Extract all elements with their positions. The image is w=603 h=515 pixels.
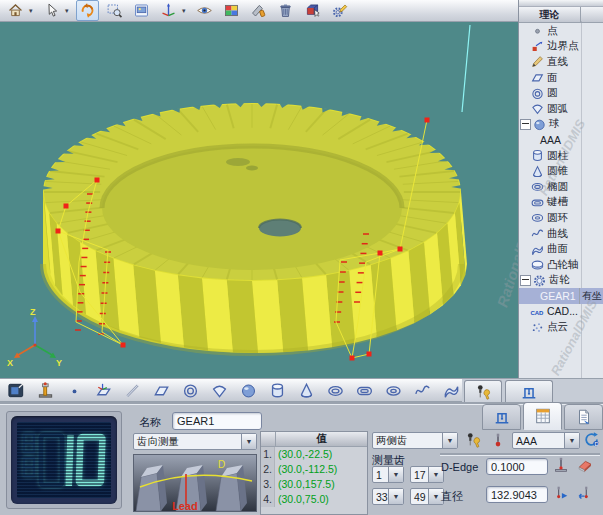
value-row[interactable]: 1.(30.0,-22.5) [261,447,367,462]
value-coords: (30.0,-112.5) [275,462,367,477]
tree-item-圆[interactable]: 圆 [519,85,603,101]
capture-view-button[interactable] [130,0,153,21]
name-input[interactable] [172,412,262,430]
render-tools-button[interactable] [247,0,270,21]
tree-item-面[interactable]: 面 [519,70,603,86]
collapse-icon[interactable] [520,275,531,286]
arc-button[interactable] [207,379,232,402]
run-measure-icon[interactable] [552,484,570,502]
tree-item-曲面[interactable]: 曲面 [519,241,603,257]
tree-item-键槽[interactable]: 键槽 [519,195,603,211]
tree-item-点[interactable]: 点 [519,23,603,39]
tree-item-球[interactable]: 球 [519,117,603,133]
chevron-down-icon[interactable]: ▼ [442,433,457,448]
tree-item-圆锥[interactable]: 圆锥 [519,163,603,179]
tree-item-圆柱[interactable]: 圆柱 [519,148,603,164]
svg-text:CAD: CAD [530,309,544,315]
measure-type-dropdown[interactable]: 齿向测量 ▼ [133,433,257,450]
tree-item-AAA[interactable]: AAA [519,132,603,148]
surface-icon [530,242,545,257]
value-row[interactable]: 2.(30.0,-112.5) [261,462,367,477]
chevron-down-icon[interactable]: ▼ [388,467,403,482]
tooth-4-dropdown[interactable]: 49▼ [410,488,444,505]
ellipse-button[interactable] [323,379,348,402]
probe-tip-icon[interactable] [489,431,507,449]
curve-button[interactable] [410,379,435,402]
circle-button[interactable] [178,379,203,402]
tooth-2-dropdown[interactable]: 17▼ [410,466,444,483]
dedge-input[interactable] [486,458,548,475]
diameter-input[interactable] [486,486,548,503]
view-visibility-button[interactable] [193,0,216,21]
coordinate-system-button[interactable] [157,0,180,21]
tooth-3-dropdown[interactable]: 33▼ [372,488,404,505]
eraser-icon[interactable] [576,456,594,474]
tree-item-直线[interactable]: 直线 [519,54,603,70]
tree-item-GEAR1[interactable]: GEAR1有坐 [519,288,603,304]
cone-button[interactable] [294,379,319,402]
probe-machine-button[interactable] [33,379,58,402]
3d-viewport[interactable]: ZXY RationalDMIS [0,22,518,378]
tree-item-凸轮轴[interactable]: 凸轮轴 [519,257,603,273]
value-row[interactable]: 3.(30.0,157.5) [261,477,367,492]
chevron-down-icon[interactable]: ▼ [388,489,403,504]
circle-icon [530,86,545,101]
value-row[interactable]: 4.(30.0,75.0) [261,492,367,507]
svg-text:Y: Y [56,358,62,368]
home-button[interactable] [4,0,27,21]
cylinder-button[interactable] [265,379,290,402]
tree-item-齿轮[interactable]: 齿轮 [519,273,603,289]
coordinate-dropdown[interactable]: AAA ▼ [512,432,580,449]
return-probe-icon[interactable] [576,484,594,502]
select-solid-button[interactable] [301,0,324,21]
flank-dropdown[interactable]: 两侧齿 ▼ [372,432,458,449]
tab-report[interactable] [564,404,603,430]
tab-probe-setup[interactable] [464,380,502,402]
sphere-button[interactable] [236,379,261,402]
tree-item-CAD[interactable]: CADCAD... [519,304,603,320]
surface-button[interactable] [439,379,464,402]
point-button[interactable] [62,379,87,402]
tooth-4-value: 49 [411,491,428,503]
line-button[interactable] [120,379,145,402]
tree-item-边界点[interactable]: 边界点 [519,39,603,55]
tree-item-圆弧[interactable]: 圆弧 [519,101,603,117]
tab-measure-table[interactable] [523,402,562,430]
tree-item-status: 有坐 [579,288,603,304]
tree-item-曲线[interactable]: 曲线 [519,226,603,242]
zoom-region-button[interactable] [103,0,126,21]
tree-item-label: 键槽 [547,195,568,209]
chevron-down-icon[interactable]: ▾ [65,7,72,15]
chevron-down-icon[interactable]: ▼ [564,433,579,448]
delete-button[interactable] [274,0,297,21]
select-cursor-button[interactable] [40,0,63,21]
measure-view-button[interactable] [4,379,29,402]
chevron-down-icon[interactable]: ▾ [29,7,36,15]
probe-calibrate-icon[interactable] [464,431,482,449]
display-colors-button[interactable] [220,0,243,21]
tab-machine[interactable] [505,380,553,402]
rotate-view-button[interactable] [76,0,99,21]
report-icon [575,408,593,426]
chevron-down-icon[interactable]: ▼ [241,434,256,449]
collapse-icon[interactable] [520,119,531,130]
ring-button[interactable] [381,379,406,402]
edit-feature-button[interactable] [328,0,351,21]
plane-csys-button[interactable] [91,379,116,402]
refresh-icon[interactable]: D [583,431,601,449]
slot-button[interactable] [352,379,377,402]
values-table[interactable]: 值 1.(30.0,-22.5)2.(30.0,-112.5)3.(30.0,1… [260,431,368,515]
slot-icon [530,195,545,210]
tab-machine-view[interactable] [482,404,521,430]
tree-item-圆环[interactable]: 圆环 [519,210,603,226]
tree-item-椭圆[interactable]: 椭圆 [519,179,603,195]
svg-text:D: D [595,441,599,447]
gear-model-canvas[interactable]: ZXY [0,22,518,378]
panel-grip[interactable] [519,0,603,7]
plane-button[interactable] [149,379,174,402]
tree-item-点云[interactable]: 点云 [519,319,603,335]
measure-point-icon[interactable] [552,456,570,474]
bpoint-icon [530,39,545,54]
tooth-1-dropdown[interactable]: 1▼ [372,466,404,483]
chevron-down-icon[interactable]: ▾ [182,7,189,15]
